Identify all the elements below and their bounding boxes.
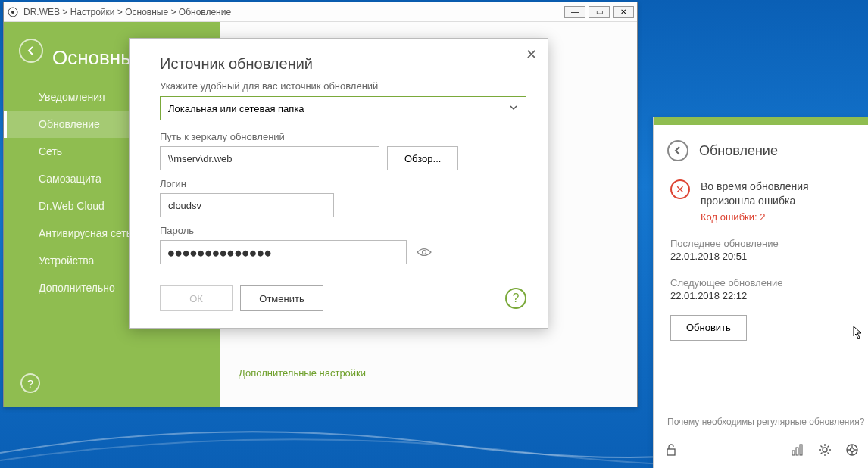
help-icon[interactable]: ? xyxy=(20,373,40,393)
title-bar: DR.WEB > Настройки > Основные > Обновлен… xyxy=(4,2,637,22)
svg-point-9 xyxy=(851,448,854,452)
close-icon[interactable]: ✕ xyxy=(526,46,537,63)
last-update-label: Последнее обновление xyxy=(670,238,854,249)
app-icon xyxy=(7,6,19,18)
source-dropdown[interactable]: Локальная или сетевая папка xyxy=(160,96,526,120)
svg-rect-4 xyxy=(792,451,795,455)
next-update-label: Следующее обновление xyxy=(670,277,854,289)
dropdown-value: Локальная или сетевая папка xyxy=(168,103,304,114)
update-now-button[interactable]: Обновить xyxy=(670,315,747,341)
update-widget: Обновление ✕ Во время обновления произош… xyxy=(653,117,868,468)
svg-rect-6 xyxy=(800,445,802,455)
widget-back-button[interactable] xyxy=(667,140,688,161)
dialog-title: Источник обновлений xyxy=(160,55,526,73)
close-window-button[interactable]: ✕ xyxy=(613,6,634,18)
status-text: Во время обновления произошла ошибка xyxy=(701,179,854,208)
minimize-button[interactable]: — xyxy=(564,6,585,18)
support-icon[interactable] xyxy=(845,443,859,460)
ok-button[interactable]: ОК xyxy=(160,285,233,311)
dialog-subtitle: Укажите удобный для вас источник обновле… xyxy=(160,80,526,92)
lock-icon[interactable] xyxy=(664,443,678,460)
path-input[interactable] xyxy=(160,146,379,170)
maximize-button[interactable]: ▭ xyxy=(589,6,610,18)
next-update-value: 22.01.2018 22:12 xyxy=(670,290,854,301)
show-password-icon[interactable] xyxy=(414,242,434,262)
cancel-button[interactable]: Отменить xyxy=(240,285,323,311)
widget-title: Обновление xyxy=(699,143,778,159)
svg-rect-5 xyxy=(796,448,798,455)
svg-point-1 xyxy=(11,11,14,14)
chevron-down-icon xyxy=(509,103,518,114)
svg-point-2 xyxy=(423,251,426,254)
last-update-value: 22.01.2018 20:51 xyxy=(670,251,854,262)
dialog-help-icon[interactable]: ? xyxy=(505,288,526,309)
additional-settings-link[interactable]: Дополнительные настройки xyxy=(239,367,366,379)
back-button[interactable] xyxy=(19,39,43,63)
gear-icon[interactable] xyxy=(818,443,832,460)
error-icon: ✕ xyxy=(670,179,690,199)
why-updates-link[interactable]: Почему необходимы регулярные обновления? xyxy=(667,417,864,427)
login-label: Логин xyxy=(160,178,526,189)
browse-button[interactable]: Обзор... xyxy=(387,146,458,170)
update-source-dialog: ✕ Источник обновлений Укажите удобный дл… xyxy=(129,38,548,329)
login-input[interactable] xyxy=(160,193,334,217)
password-label: Пароль xyxy=(160,225,526,236)
stats-icon[interactable] xyxy=(791,443,804,460)
breadcrumb: DR.WEB > Настройки > Основные > Обновлен… xyxy=(23,7,231,17)
widget-accent-bar xyxy=(654,117,868,125)
svg-point-7 xyxy=(823,448,827,452)
path-label: Путь к зеркалу обновлений xyxy=(160,131,526,142)
error-code-link[interactable]: Код ошибки: 2 xyxy=(701,211,854,223)
password-input[interactable] xyxy=(160,240,407,264)
svg-rect-3 xyxy=(667,449,675,455)
